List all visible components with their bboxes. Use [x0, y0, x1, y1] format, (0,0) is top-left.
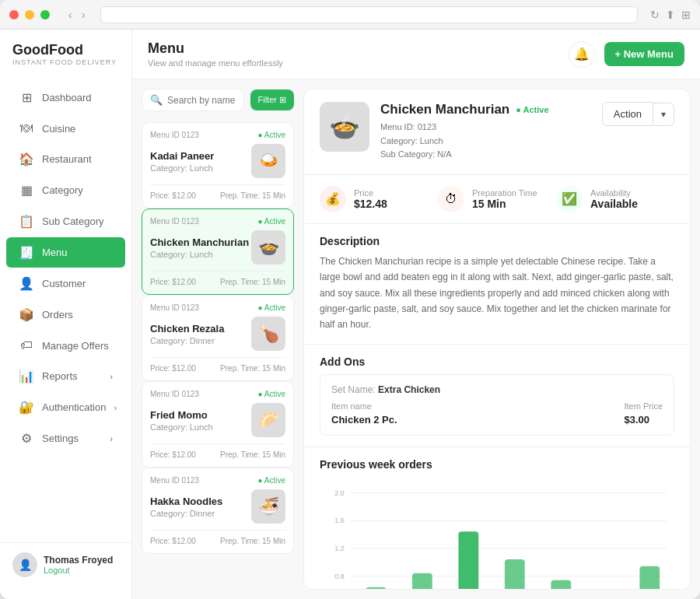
nav-controls: ‹ › — [65, 7, 88, 23]
addon-item-label: Item name — [331, 401, 397, 411]
titlebar-actions: ↻ ⬆ ⊞ — [650, 9, 691, 21]
menu-card-body: Fried Momo Category: Lunch 🥟 — [150, 403, 285, 437]
back-icon[interactable]: ‹ — [65, 7, 75, 23]
chart-title: Previous week orders — [320, 458, 674, 471]
authentication-icon: 🔐 — [19, 400, 34, 415]
menu-card[interactable]: Menu ID 0123 Active Hakka Noodles Catego… — [142, 468, 294, 554]
menu-card-status: Active — [257, 390, 285, 398]
menu-card[interactable]: Menu ID 0123 Active Chicken Rezala Categ… — [142, 295, 294, 381]
menu-card-image: 🍲 — [251, 230, 285, 264]
sidebar: GoodFood INSTANT FOOD DELIVERY ⊞ Dashboa… — [0, 30, 132, 599]
logo: GoodFood INSTANT FOOD DELIVERY — [0, 42, 131, 82]
sidebar-item-menu[interactable]: 🧾 Menu — [6, 237, 125, 268]
menu-card-category: Category: Lunch — [150, 422, 251, 432]
chart-section: Previous week orders — [304, 447, 690, 590]
addon-price-value: $3.00 — [624, 414, 663, 426]
menu-icon: 🧾 — [19, 245, 34, 260]
expand-arrow-icon: › — [110, 434, 113, 443]
detail-panel: 🍲 Chicken Manchurian Active Menu ID: 012… — [303, 89, 691, 590]
menu-card-status: Active — [257, 476, 285, 485]
filter-button[interactable]: Filter ⊞ — [250, 89, 295, 110]
svg-rect-14 — [458, 531, 478, 590]
url-bar[interactable] — [100, 6, 638, 23]
menu-card-top: Menu ID 0123 Active — [150, 217, 285, 226]
refresh-icon[interactable]: ↻ — [650, 9, 660, 21]
menu-card-id: Menu ID 0123 — [150, 476, 199, 485]
sidebar-item-manage-offers[interactable]: 🏷 Manage Offers — [6, 331, 125, 360]
menu-card-name: Chicken Manchurian — [150, 236, 251, 248]
dashboard-icon: ⊞ — [19, 90, 34, 105]
addon-row: Item name Chicken 2 Pc. Item Price $3.00 — [331, 401, 663, 426]
svg-rect-18 — [639, 566, 660, 590]
search-bar: 🔍 Filter ⊞ — [142, 89, 294, 111]
stat-prep: ⏱ Preparation Time 15 Min — [438, 186, 556, 212]
svg-rect-16 — [551, 580, 571, 590]
sidebar-item-label: Menu — [42, 247, 68, 258]
notification-button[interactable]: 🔔 — [569, 41, 595, 68]
menu-card-footer: Price: $12.00 Prep. Time: 15 Min — [150, 357, 285, 373]
menu-card-top: Menu ID 0123 Active — [150, 476, 285, 485]
sidebar-item-settings[interactable]: ⚙ Settings › — [6, 423, 125, 454]
sidebar-footer: 👤 Thomas Froyed Logout — [0, 542, 131, 587]
sidebar-item-subcategory[interactable]: 📋 Sub Category — [6, 206, 125, 236]
sidebar-item-label: Settings — [42, 433, 79, 444]
sidebar-item-cuisine[interactable]: 🍽 Cuisine — [6, 114, 125, 143]
menu-card[interactable]: Menu ID 0123 Active Fried Momo Category:… — [142, 381, 294, 468]
sidebar-item-customer[interactable]: 👤 Customer — [6, 268, 125, 299]
addon-card: Set Name: Extra Chicken Item name Chicke… — [320, 374, 674, 436]
sidebar-item-label: Reports — [42, 370, 78, 382]
search-input[interactable] — [167, 95, 236, 106]
sidebar-item-reports[interactable]: 📊 Reports › — [6, 361, 125, 391]
menu-card-body: Chicken Rezala Category: Dinner 🍗 — [150, 317, 285, 351]
sidebar-item-restaurant[interactable]: 🏠 Restaurant — [6, 144, 125, 174]
search-wrap: 🔍 — [142, 89, 244, 111]
menu-card-image: 🍜 — [251, 489, 285, 524]
menu-card-name: Hakka Noodles — [150, 496, 251, 507]
svg-text:2.0: 2.0 — [334, 489, 344, 496]
menu-card[interactable]: Menu ID 0123 Active Kadai Paneer Categor… — [142, 122, 294, 208]
new-menu-button[interactable]: + New Menu — [604, 42, 685, 66]
menu-card-top: Menu ID 0123 Active — [150, 303, 285, 312]
close-btn[interactable] — [9, 10, 19, 19]
logo-name: GoodFood — [12, 42, 119, 58]
menu-card-price: Price: $12.00 — [150, 364, 196, 373]
stat-price: 💰 Price $12.48 — [320, 186, 438, 212]
description-section: Description The Chicken Manchurian recip… — [304, 224, 690, 345]
menu-card-body: Kadai Paneer Category: Lunch 🍛 — [150, 144, 285, 178]
forward-icon[interactable]: › — [79, 7, 89, 23]
app-window: ‹ › ↻ ⬆ ⊞ GoodFood INSTANT FOOD DELIVERY… — [0, 0, 700, 599]
sidebar-item-label: Category — [42, 184, 83, 196]
price-value: $12.48 — [354, 198, 387, 210]
action-dropdown-button[interactable]: ▾ — [653, 103, 674, 126]
sidebar-item-dashboard[interactable]: ⊞ Dashboard — [6, 82, 125, 113]
menu-card-id: Menu ID 0123 — [150, 131, 199, 139]
maximize-btn[interactable] — [40, 10, 50, 19]
header-text: Menu View and manage menu effortlessly — [148, 40, 283, 68]
share-icon[interactable]: ⬆ — [666, 9, 675, 21]
menu-card-price: Price: $12.00 — [150, 191, 196, 200]
avail-label: Availability — [590, 188, 638, 198]
sidebar-item-orders[interactable]: 📦 Orders — [6, 300, 125, 330]
menu-card-price: Price: $12.00 — [150, 450, 196, 459]
avail-icon: ✅ — [556, 186, 583, 212]
sidebar-item-category[interactable]: ▦ Category — [6, 175, 125, 205]
user-info: 👤 Thomas Froyed Logout — [12, 552, 119, 577]
svg-rect-12 — [366, 587, 386, 590]
detail-name: Chicken Manchurian Active — [380, 102, 602, 117]
expand-arrow-icon: › — [110, 372, 113, 381]
reports-icon: 📊 — [19, 369, 34, 384]
expand-icon[interactable]: ⊞ — [681, 9, 691, 21]
menu-card-name: Chicken Rezala — [150, 323, 251, 335]
menu-card-status: Active — [257, 303, 285, 312]
menu-card[interactable]: Menu ID 0123 Active Chicken Manchurian C… — [142, 208, 294, 295]
customer-icon: 👤 — [19, 276, 34, 291]
expand-arrow-icon: › — [114, 403, 117, 412]
logout-button[interactable]: Logout — [44, 566, 113, 575]
action-button[interactable]: Action — [602, 102, 653, 126]
menu-card-info: Fried Momo Category: Lunch — [150, 409, 251, 432]
page-title: Menu — [148, 40, 283, 57]
menu-card-id: Menu ID 0123 — [150, 303, 199, 312]
sidebar-item-authentication[interactable]: 🔐 Authentication › — [6, 392, 125, 422]
menu-card-body: Hakka Noodles Category: Dinner 🍜 — [150, 489, 285, 524]
minimize-btn[interactable] — [25, 10, 34, 19]
